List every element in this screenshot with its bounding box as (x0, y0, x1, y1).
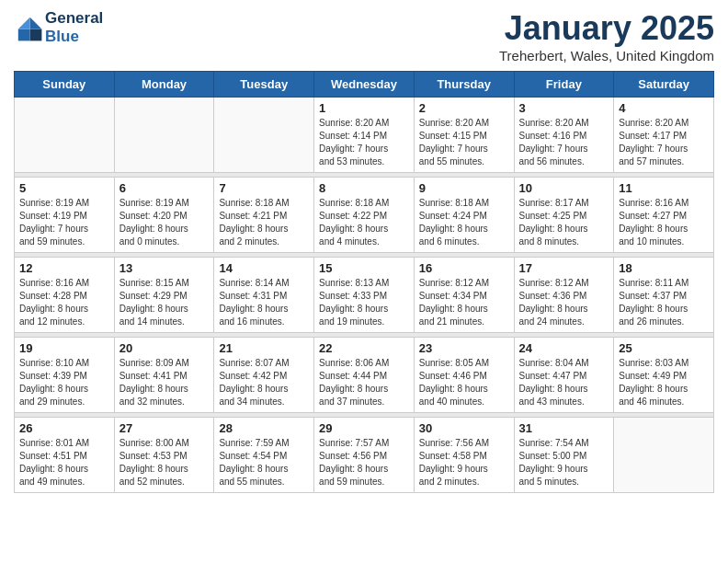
day-number: 21 (219, 341, 309, 355)
day-info: Sunrise: 8:05 AM Sunset: 4:46 PM Dayligh… (419, 357, 509, 408)
table-row: 25Sunrise: 8:03 AM Sunset: 4:49 PM Dayli… (614, 338, 714, 413)
day-info: Sunrise: 8:03 AM Sunset: 4:49 PM Dayligh… (619, 357, 709, 408)
day-info: Sunrise: 8:20 AM Sunset: 4:15 PM Dayligh… (419, 117, 509, 168)
day-number: 1 (319, 101, 409, 115)
day-number: 18 (619, 261, 709, 275)
logo-icon (14, 13, 43, 42)
day-info: Sunrise: 8:06 AM Sunset: 4:44 PM Dayligh… (319, 357, 409, 408)
svg-marker-1 (30, 29, 42, 41)
col-sunday: Sunday (15, 72, 115, 98)
day-info: Sunrise: 7:54 AM Sunset: 5:00 PM Dayligh… (519, 437, 609, 488)
day-info: Sunrise: 8:10 AM Sunset: 4:39 PM Dayligh… (19, 357, 109, 408)
day-info: Sunrise: 7:56 AM Sunset: 4:58 PM Dayligh… (419, 437, 509, 488)
day-number: 14 (219, 261, 309, 275)
day-number: 17 (519, 261, 609, 275)
subtitle: Treherbert, Wales, United Kingdom (499, 48, 714, 63)
day-number: 27 (119, 421, 210, 435)
day-info: Sunrise: 8:18 AM Sunset: 4:21 PM Dayligh… (219, 197, 309, 248)
table-row: 28Sunrise: 7:59 AM Sunset: 4:54 PM Dayli… (214, 418, 314, 493)
day-number: 13 (119, 261, 210, 275)
page-header: General Blue January 2025 Treherbert, Wa… (14, 9, 714, 63)
day-number: 23 (419, 341, 509, 355)
table-row: 4Sunrise: 8:20 AM Sunset: 4:17 PM Daylig… (614, 98, 714, 173)
svg-marker-2 (18, 17, 30, 29)
table-row: 13Sunrise: 8:15 AM Sunset: 4:29 PM Dayli… (114, 258, 214, 333)
day-number: 6 (119, 181, 210, 195)
table-row: 12Sunrise: 8:16 AM Sunset: 4:28 PM Dayli… (15, 258, 115, 333)
day-info: Sunrise: 8:18 AM Sunset: 4:22 PM Dayligh… (319, 197, 409, 248)
table-row (214, 98, 314, 173)
table-row: 19Sunrise: 8:10 AM Sunset: 4:39 PM Dayli… (15, 338, 115, 413)
table-row: 6Sunrise: 8:19 AM Sunset: 4:20 PM Daylig… (114, 178, 214, 253)
day-number: 16 (419, 261, 509, 275)
day-number: 29 (319, 421, 409, 435)
table-row (15, 98, 115, 173)
table-row: 5Sunrise: 8:19 AM Sunset: 4:19 PM Daylig… (15, 178, 115, 253)
calendar-page: General Blue January 2025 Treherbert, Wa… (0, 0, 728, 502)
day-number: 24 (519, 341, 609, 355)
day-number: 26 (19, 421, 109, 435)
day-number: 22 (319, 341, 409, 355)
day-info: Sunrise: 8:17 AM Sunset: 4:25 PM Dayligh… (519, 197, 609, 248)
day-info: Sunrise: 8:13 AM Sunset: 4:33 PM Dayligh… (319, 277, 409, 328)
calendar-header-row: Sunday Monday Tuesday Wednesday Thursday… (15, 72, 714, 98)
col-tuesday: Tuesday (214, 72, 314, 98)
day-number: 10 (519, 181, 609, 195)
day-number: 31 (519, 421, 609, 435)
day-number: 12 (19, 261, 109, 275)
table-row (114, 98, 214, 173)
table-row: 27Sunrise: 8:00 AM Sunset: 4:53 PM Dayli… (114, 418, 214, 493)
day-number: 5 (19, 181, 109, 195)
day-number: 30 (419, 421, 509, 435)
day-info: Sunrise: 8:19 AM Sunset: 4:20 PM Dayligh… (119, 197, 210, 248)
table-row: 31Sunrise: 7:54 AM Sunset: 5:00 PM Dayli… (514, 418, 614, 493)
day-info: Sunrise: 8:12 AM Sunset: 4:36 PM Dayligh… (519, 277, 609, 328)
day-info: Sunrise: 8:04 AM Sunset: 4:47 PM Dayligh… (519, 357, 609, 408)
day-number: 19 (19, 341, 109, 355)
table-row: 24Sunrise: 8:04 AM Sunset: 4:47 PM Dayli… (514, 338, 614, 413)
logo-line1: General (45, 9, 103, 28)
main-title: January 2025 (499, 9, 714, 48)
day-number: 28 (219, 421, 309, 435)
day-info: Sunrise: 8:18 AM Sunset: 4:24 PM Dayligh… (419, 197, 509, 248)
day-info: Sunrise: 7:59 AM Sunset: 4:54 PM Dayligh… (219, 437, 309, 488)
table-row: 18Sunrise: 8:11 AM Sunset: 4:37 PM Dayli… (614, 258, 714, 333)
table-row: 14Sunrise: 8:14 AM Sunset: 4:31 PM Dayli… (214, 258, 314, 333)
table-row: 21Sunrise: 8:07 AM Sunset: 4:42 PM Dayli… (214, 338, 314, 413)
day-info: Sunrise: 8:20 AM Sunset: 4:17 PM Dayligh… (619, 117, 709, 168)
svg-marker-0 (30, 17, 42, 29)
calendar-table: Sunday Monday Tuesday Wednesday Thursday… (14, 71, 714, 493)
day-info: Sunrise: 8:20 AM Sunset: 4:16 PM Dayligh… (519, 117, 609, 168)
day-number: 7 (219, 181, 309, 195)
day-info: Sunrise: 8:15 AM Sunset: 4:29 PM Dayligh… (119, 277, 210, 328)
table-row: 22Sunrise: 8:06 AM Sunset: 4:44 PM Dayli… (314, 338, 415, 413)
table-row: 9Sunrise: 8:18 AM Sunset: 4:24 PM Daylig… (414, 178, 514, 253)
day-number: 4 (619, 101, 709, 115)
day-number: 3 (519, 101, 609, 115)
day-info: Sunrise: 8:16 AM Sunset: 4:28 PM Dayligh… (19, 277, 109, 328)
table-row: 20Sunrise: 8:09 AM Sunset: 4:41 PM Dayli… (114, 338, 214, 413)
table-row: 8Sunrise: 8:18 AM Sunset: 4:22 PM Daylig… (314, 178, 415, 253)
logo: General Blue (14, 9, 103, 46)
table-row: 1Sunrise: 8:20 AM Sunset: 4:14 PM Daylig… (314, 98, 415, 173)
day-info: Sunrise: 7:57 AM Sunset: 4:56 PM Dayligh… (319, 437, 409, 488)
table-row: 15Sunrise: 8:13 AM Sunset: 4:33 PM Dayli… (314, 258, 415, 333)
col-monday: Monday (114, 72, 214, 98)
day-number: 15 (319, 261, 409, 275)
table-row: 23Sunrise: 8:05 AM Sunset: 4:46 PM Dayli… (414, 338, 514, 413)
day-info: Sunrise: 8:00 AM Sunset: 4:53 PM Dayligh… (119, 437, 210, 488)
day-info: Sunrise: 8:16 AM Sunset: 4:27 PM Dayligh… (619, 197, 709, 248)
day-number: 25 (619, 341, 709, 355)
table-row: 29Sunrise: 7:57 AM Sunset: 4:56 PM Dayli… (314, 418, 415, 493)
day-number: 9 (419, 181, 509, 195)
table-row: 3Sunrise: 8:20 AM Sunset: 4:16 PM Daylig… (514, 98, 614, 173)
logo-text: General Blue (45, 9, 103, 46)
day-info: Sunrise: 8:14 AM Sunset: 4:31 PM Dayligh… (219, 277, 309, 328)
logo-line2: Blue (45, 28, 103, 46)
day-info: Sunrise: 8:12 AM Sunset: 4:34 PM Dayligh… (419, 277, 509, 328)
day-number: 20 (119, 341, 210, 355)
table-row: 10Sunrise: 8:17 AM Sunset: 4:25 PM Dayli… (514, 178, 614, 253)
col-thursday: Thursday (414, 72, 514, 98)
day-number: 11 (619, 181, 709, 195)
day-info: Sunrise: 8:20 AM Sunset: 4:14 PM Dayligh… (319, 117, 409, 168)
